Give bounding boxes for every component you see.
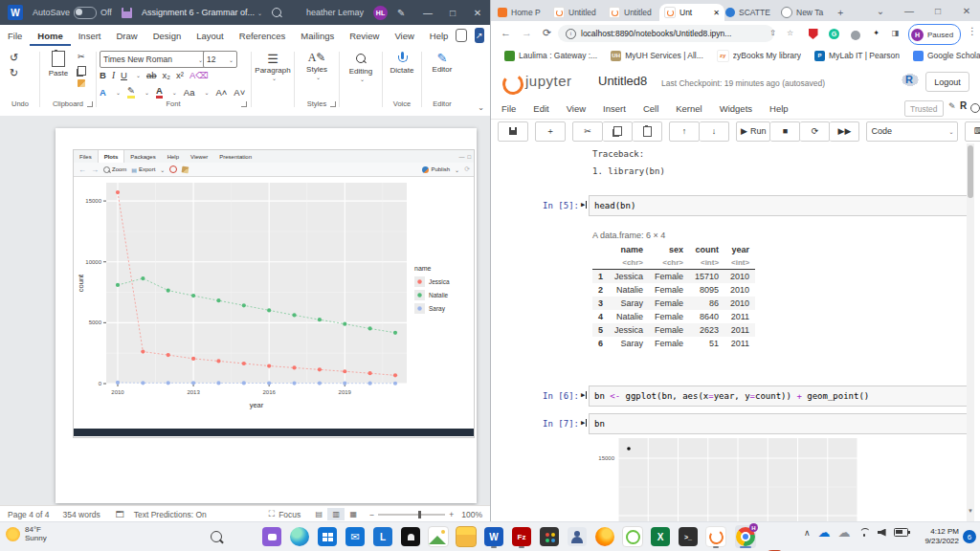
cell-type-select[interactable]: Code⌄ <box>866 121 958 142</box>
search-icon[interactable] <box>272 8 281 17</box>
scrollbar-track[interactable] <box>967 143 974 521</box>
run-marker-icon[interactable]: ▶ <box>581 391 587 399</box>
word-menu-insert[interactable]: Insert <box>71 25 109 46</box>
profile-button[interactable]: H Paused <box>908 24 961 45</box>
undo-icon[interactable]: ↺ <box>10 52 18 64</box>
code-cell[interactable]: bn <box>589 413 970 434</box>
browser-maximize-button[interactable]: □ <box>924 6 952 16</box>
bookmark-3[interactable]: zyzyBooks My library <box>717 50 801 62</box>
jupyter-menu-edit[interactable]: Edit <box>524 103 557 114</box>
taskbar-firefox-icon[interactable] <box>594 525 615 548</box>
focus-label[interactable]: Focus <box>278 510 301 519</box>
proofing-icon[interactable]: 🗔 <box>116 510 124 519</box>
new-tab-button[interactable]: ＋ <box>835 6 845 19</box>
extensions-pin-icon[interactable]: ✦ <box>870 27 882 39</box>
zoom-out-button[interactable]: − <box>369 510 374 519</box>
change-case-button[interactable]: Aa <box>184 87 195 98</box>
taskbar-word-icon[interactable]: W <box>483 525 504 548</box>
taskbar-explorer-icon[interactable] <box>456 525 477 548</box>
zoom-level[interactable]: 100% <box>461 510 482 519</box>
taskbar-lockdown-icon[interactable]: L <box>372 525 393 548</box>
taskbar-jupyter-icon[interactable] <box>705 525 726 548</box>
jupyter-menu-file[interactable]: File <box>493 103 524 114</box>
taskbar-gallery-icon[interactable] <box>428 525 449 548</box>
tab-search-icon[interactable]: ⌄ <box>866 6 895 16</box>
save-icon[interactable] <box>122 8 132 18</box>
format-painter-icon[interactable] <box>78 79 85 87</box>
extension-icon[interactable] <box>849 29 861 41</box>
paste-button[interactable]: Paste <box>45 51 72 77</box>
paste-cell-button[interactable] <box>633 121 662 142</box>
restart-run-all-button[interactable]: ▶▶ <box>830 121 859 142</box>
taskbar-terminal-icon[interactable]: >_ <box>678 525 699 548</box>
taskbar-store-icon[interactable] <box>317 525 338 548</box>
jupyter-menu-cell[interactable]: Cell <box>635 103 667 114</box>
run-cell-button[interactable]: ▶ Run <box>736 121 770 142</box>
shrink-font-button[interactable]: A˅ <box>234 87 245 98</box>
word-menu-mailings[interactable]: Mailings <box>293 25 342 46</box>
plot-back-icon[interactable]: ← <box>78 165 86 174</box>
read-mode-button[interactable]: ▤ <box>310 508 327 520</box>
taskbar-excel-icon[interactable]: X <box>650 525 671 548</box>
strikethrough-button[interactable]: ab <box>146 70 157 80</box>
word-menu-review[interactable]: Review <box>342 25 387 46</box>
zoom-in-button[interactable]: + <box>449 510 454 519</box>
taskbar-task-view-icon[interactable] <box>234 525 255 548</box>
rstudio-tab-packages[interactable]: Packages <box>124 150 161 163</box>
site-info-icon[interactable]: i <box>566 29 576 39</box>
browser-tab-6[interactable]: New Ta <box>776 4 835 21</box>
redo-icon[interactable]: ↻ <box>10 67 18 79</box>
minimize-button[interactable]: — <box>415 0 440 25</box>
styles-dialog-launcher[interactable] <box>330 101 336 107</box>
cut-cell-button[interactable]: ✂ <box>572 121 603 142</box>
url-text[interactable]: localhost:8890/notebooks/Untitled8.ipyn.… <box>581 29 767 38</box>
browser-tab-2[interactable]: Untitled <box>548 4 608 21</box>
run-marker-icon[interactable]: ▶ <box>581 419 587 427</box>
plot-remove-button[interactable] <box>169 165 177 173</box>
page-indicator[interactable]: Page 4 of 4 <box>8 510 49 519</box>
forward-icon[interactable]: → <box>522 27 532 38</box>
cloud-icon[interactable]: ☁ <box>838 525 851 540</box>
ribbon-group-dictate[interactable]: Dictate Voice <box>384 50 420 109</box>
copy-cell-button[interactable] <box>603 121 633 142</box>
zoom-slider[interactable] <box>378 514 445 516</box>
tray-expand-icon[interactable]: ∧ <box>804 528 811 538</box>
comments-icon[interactable] <box>456 29 466 42</box>
bookmark-5[interactable]: Google Scholar <box>913 51 980 61</box>
code-cell[interactable]: head(bn) <box>589 195 970 216</box>
subscript-button[interactable]: x₂ <box>163 70 170 80</box>
share-icon[interactable]: ⇧ <box>767 27 779 39</box>
user-avatar[interactable]: HL <box>373 6 388 20</box>
ribbon-group-styles[interactable]: A✎ Styles ⌄ Styles <box>296 50 338 109</box>
jupyter-menu-widgets[interactable]: Widgets <box>711 103 761 114</box>
taskbar-mail-icon[interactable]: ✉ <box>345 525 366 548</box>
bold-button[interactable]: B <box>100 70 106 80</box>
taskbar-start-icon[interactable] <box>178 525 199 548</box>
bookmark-4[interactable]: PMyLab IT | Pearson <box>814 51 900 61</box>
title-chevron-icon[interactable]: ⌄ <box>257 10 262 16</box>
jupyter-menu-insert[interactable]: Insert <box>594 103 635 114</box>
grammarly-extension-icon[interactable]: G <box>828 28 840 40</box>
back-icon[interactable]: ← <box>501 27 511 38</box>
taskbar-paint-icon[interactable] <box>539 525 560 548</box>
tab-close-icon[interactable]: ✕ <box>713 9 720 17</box>
weather-widget[interactable]: 84°F Sunny <box>6 525 47 542</box>
clear-formatting-button[interactable]: A⌫ <box>189 70 209 80</box>
close-button[interactable]: ✕ <box>465 0 490 25</box>
ribbon-group-editing[interactable]: Editing ⌄ <box>341 50 381 109</box>
taskbar-chrome-icon[interactable]: H <box>735 525 756 548</box>
rstudio-tab-help[interactable]: Help <box>162 150 185 163</box>
font-dialog-launcher[interactable] <box>241 101 247 107</box>
jupyter-menu-view[interactable]: View <box>558 103 594 114</box>
browser-tab-4[interactable]: Unt✕ <box>659 4 724 21</box>
document-page[interactable]: FilesPlotsPackagesHelpViewerPresentation… <box>56 128 477 503</box>
autosave-toggle[interactable] <box>74 7 97 19</box>
word-menu-layout[interactable]: Layout <box>189 25 232 46</box>
text-effects-button[interactable]: A <box>100 87 106 98</box>
share-button[interactable]: ↗ <box>475 28 484 43</box>
run-marker-icon[interactable]: ▶ <box>581 201 587 209</box>
save-notebook-button[interactable] <box>498 121 528 142</box>
italic-button[interactable]: I <box>112 71 115 80</box>
jupyter-menu-kernel[interactable]: Kernel <box>667 103 710 114</box>
interrupt-kernel-button[interactable]: ■ <box>770 121 800 142</box>
